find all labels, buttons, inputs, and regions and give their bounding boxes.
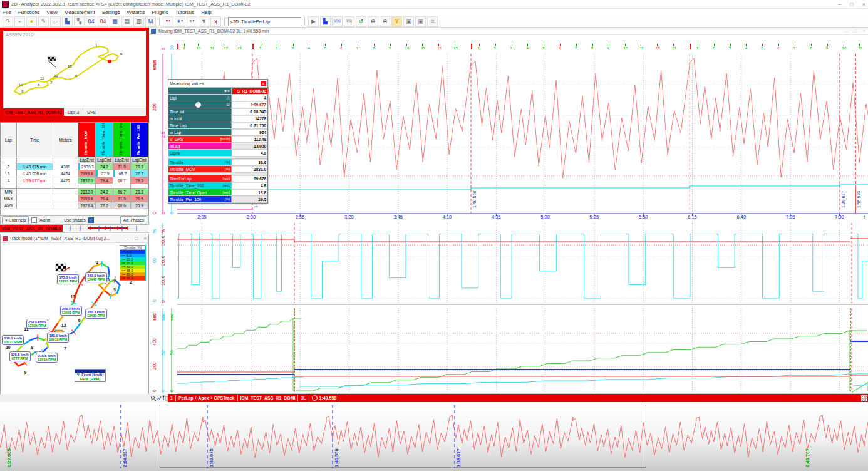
overview-tool-icons[interactable] [150, 395, 168, 402]
overview-tab-0[interactable]: 1 [168, 395, 176, 401]
channels-button[interactable]: ♥Channels [2, 216, 29, 224]
measuring-row[interactable]: Throttle_MOV[%]2832.0 [168, 166, 267, 173]
pointer-icon[interactable]: ▶ [308, 16, 319, 27]
globe-menu-icon[interactable]: ◉ ▾ [175, 16, 185, 27]
stopwatch-icon[interactable] [195, 102, 201, 108]
measuring-row[interactable]: LapNr4.0 [168, 150, 267, 157]
phases-button[interactable]: Alt: Phases [120, 216, 147, 224]
file-tab[interactable]: IDM_TEST_ASS_R1_DOMI-0 [0, 225, 63, 232]
chart-minimize-button[interactable]: – [845, 29, 848, 33]
measuring-row[interactable]: Throttle[%]36.6 [168, 159, 267, 166]
track-maximize-button[interactable]: □ [135, 236, 138, 241]
maximize-button[interactable]: □ [850, 1, 853, 8]
overview-tab-1[interactable]: PerLap + Apex + GPSTrack [176, 395, 238, 401]
layout-icon[interactable]: ≋ [427, 16, 438, 27]
menu-item-file[interactable]: File [3, 9, 11, 15]
runner-icon[interactable]: ʞ [210, 16, 221, 27]
table-icon[interactable]: ▦ [110, 16, 120, 27]
close-button[interactable]: × [862, 1, 865, 8]
use-phases-checkbox[interactable]: ✓ [88, 217, 94, 223]
menu-item-settings[interactable]: Settings [102, 9, 120, 15]
measuring-row[interactable]: Throttle_Time_Open[sec]13.8 [168, 189, 267, 196]
channel-legend[interactable]: V_Front [km/h] RPM [RPM] [75, 369, 106, 382]
lap-band[interactable]: 1 [153, 36, 868, 44]
vs-button[interactable]: V(s) [332, 16, 343, 27]
overview-tab-2[interactable]: IDM_TEST_ASS_R1_DOMI [238, 395, 299, 401]
measuring-row[interactable]: m total14278 [168, 115, 267, 122]
undo-arrow-icon[interactable]: ↷ [3, 16, 13, 27]
overview-tab-3[interactable]: 3L [298, 395, 309, 401]
channel-header[interactable]: Throttle_Time_Open [113, 123, 131, 157]
alarm-checkbox[interactable] [31, 217, 37, 223]
trophy-icon[interactable]: Y [391, 16, 402, 27]
menu-item-tutorials[interactable]: Tutorials [175, 9, 194, 15]
track-close-button[interactable]: × [143, 236, 147, 241]
laps-blue-icon[interactable]: 04 [86, 16, 96, 27]
lap-cell[interactable]: 2 [1, 163, 17, 170]
measuring-row[interactable]: InLap1.0000 [168, 143, 267, 150]
measuring-row[interactable]: m Lap924 [168, 129, 267, 136]
chart-a-icon[interactable]: ▙ [62, 16, 73, 27]
measuring-row[interactable]: ⊟1:39.677 [168, 101, 267, 108]
menu-item-measurement[interactable]: Measurement [65, 9, 95, 15]
channel-header[interactable]: Throttle_MOV [78, 123, 96, 157]
collapse-icon[interactable]: ⊟ [227, 102, 230, 107]
measuring-row[interactable]: Throttle_Time_100[sec]4.8 [168, 182, 267, 189]
bulb-icon[interactable]: ● [26, 16, 37, 27]
menu-item-plugins[interactable]: Plugins [152, 9, 168, 15]
chart-maximize-button[interactable]: □ [854, 29, 857, 33]
track-mode-window[interactable]: Track mode (1=IDM_TEST_ASS_R1_DOMI-02) 2… [0, 234, 149, 401]
save-icon[interactable]: ▣ [403, 16, 414, 27]
measuring-row[interactable]: TimeForLap[sec]99.676 [168, 175, 267, 182]
measuring-value: 29.5 [231, 196, 267, 202]
lap-cell[interactable]: 4 [1, 177, 17, 184]
measuring-row[interactable]: V_GPS[km/h]112.48 [168, 136, 267, 143]
measuring-row[interactable]: Time Lap0:21.750 [168, 122, 267, 129]
sheet-icon[interactable]: ▥ [133, 16, 144, 27]
overview-selection-rect[interactable] [160, 405, 646, 468]
minimize-button[interactable]: – [838, 1, 841, 8]
lap-cell[interactable]: 3 [1, 170, 17, 177]
preset-combo[interactable]: <2D_ThrottlePerLap [228, 17, 301, 26]
filter-icon[interactable]: ▼≡ [224, 89, 230, 93]
pencil-icon[interactable]: ✎ [38, 16, 49, 27]
measure-icon[interactable]: M [145, 16, 156, 27]
menu-item-view[interactable]: View [47, 9, 58, 15]
cell [53, 202, 78, 209]
lap-table[interactable]: LapTimeMetersThrottle_MOVThrottle_Time_1… [0, 122, 149, 215]
zoom-in-icon[interactable]: ⊕ [368, 16, 378, 27]
chart-toggle-icon[interactable]: ▙ [320, 16, 331, 27]
grid-icon[interactable]: ▤ [121, 16, 132, 27]
track-minimize-button[interactable]: – [127, 236, 129, 241]
ruler-segment-number: 1 [259, 46, 261, 50]
measuring-label: m total [168, 115, 231, 122]
laps-red-icon[interactable]: 04 [98, 16, 108, 27]
menu-item-wizards[interactable]: Wizards [127, 9, 145, 15]
measuring-row[interactable]: Throttle_Per_100[%]29.5 [168, 196, 267, 203]
menu-item-functions[interactable]: Functions [18, 9, 40, 15]
measuring-row[interactable]: Lap△4 [168, 95, 267, 101]
ruler-icon[interactable]: ▱ [50, 16, 61, 27]
list-menu-icon[interactable]: ≡ ▾ [187, 16, 197, 27]
channel-header[interactable]: Throttle_Time_100 [96, 123, 113, 157]
measuring-close-icon[interactable]: × [261, 81, 266, 86]
zoom-out-icon[interactable]: ⊖ [380, 16, 390, 27]
assen-file-badge[interactable]: IDM_TEST_ASS_R1_DOMI-02 [3, 108, 64, 116]
undo-icon[interactable]: ↺ [356, 16, 366, 27]
chart-b-icon[interactable]: ▚ [74, 16, 85, 27]
measuring-values-panel[interactable]: Measuring values × ▼≡S_R1_DOMI-02Lap△4⊟1… [168, 79, 268, 204]
anchor-icon[interactable]: ⌁ [14, 16, 25, 27]
measuring-row[interactable]: ▼≡S_R1_DOMI-02 [168, 88, 267, 95]
assen-map-panel[interactable]: ASSEN 2010 15136121110897 IDM_TEST_ASS_R… [0, 28, 149, 119]
measuring-row[interactable]: Time tot.6:18.545 [168, 108, 267, 115]
channel-header[interactable]: Throttle_Per_100 [131, 123, 148, 157]
chart-close-button[interactable]: × [863, 29, 865, 33]
export-icon[interactable]: ▣ [415, 16, 426, 27]
filter-icon[interactable]: ▼ [199, 16, 209, 27]
sort-icon[interactable]: △ [227, 95, 230, 100]
measuring-label-text: Lap [170, 96, 177, 100]
vt-button[interactable]: V(t) [344, 16, 354, 27]
berry-menu-icon[interactable]: ♥ ▾ [163, 16, 173, 27]
throttle-legend[interactable]: Throttle [%] >= 5.0>= 6.0>= 20.0>= 35.0>… [120, 245, 146, 281]
menu-item-help[interactable]: Help [201, 9, 211, 15]
